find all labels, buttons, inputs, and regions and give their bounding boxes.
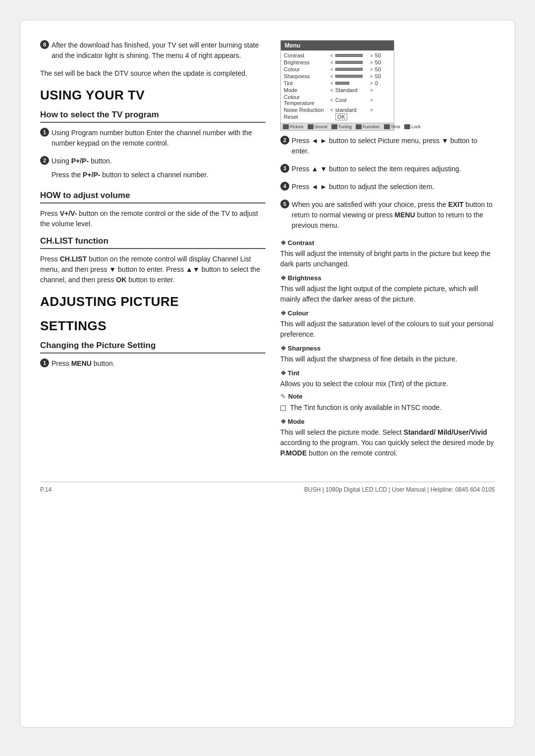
menu-row-noise: Noise Reduction < standard >	[284, 107, 391, 113]
left-column: 8 After the download has finished, your …	[40, 40, 266, 462]
footer-page-number: P.14	[40, 486, 52, 493]
note-icon: ✎	[280, 393, 286, 400]
chlist-text: Press CH.LIST button on the remote contr…	[40, 254, 266, 285]
right-step5-content: When you are satisfied with your choice,…	[292, 200, 495, 234]
picture-icon	[283, 124, 289, 129]
right-step2-text: Press ◄ ► button to select Picture menu,…	[292, 136, 495, 156]
sound-icon	[308, 124, 314, 129]
select-step1-content: Using Program number button Enter the ch…	[52, 128, 266, 152]
select-step1-text: Using Program number button Enter the ch…	[52, 128, 266, 149]
brightness-text: This will adjust the light output of the…	[280, 284, 495, 304]
adj-heading1: ADJUSTING PICTURE	[40, 294, 266, 309]
brightness-diamond: ❖	[280, 274, 286, 282]
how-volume-heading: HOW to adjust volume	[40, 191, 266, 203]
right-step5-number: 5	[280, 200, 289, 208]
right-step4-number: 4	[280, 182, 289, 191]
right-step2-content: Press ◄ ► button to select Picture menu,…	[292, 136, 495, 160]
lock-icon	[404, 124, 410, 129]
menu-screenshot: Menu Contrast < > 50 Brightness <	[280, 40, 394, 131]
mode-diamond: ❖	[280, 418, 286, 425]
chlist-heading: CH.LIST function	[40, 236, 266, 249]
select-step2b-text: Press the P+/P- button to select a chann…	[52, 170, 266, 180]
contrast-label: ❖ Contrast	[280, 239, 495, 247]
menu-row-reset: Reset OK	[284, 114, 391, 120]
footer-product-info: BUSH | 1080p Digital LED LCD | User Manu…	[304, 486, 495, 493]
menu-row-brightness: Brightness < > 50	[284, 59, 391, 65]
step8-number: 8	[40, 40, 49, 49]
note-label: Note	[288, 393, 303, 400]
right-step3-row: 3 Press ▲ ▼ button to select the item re…	[280, 164, 495, 178]
time-icon	[384, 124, 390, 129]
select-step2-content: Using P+/P- button. Press the P+/P- butt…	[52, 156, 266, 184]
menu-title: Menu	[281, 41, 394, 50]
right-step3-text: Press ▲ ▼ button to select the item requ…	[292, 164, 495, 174]
tint-diamond: ❖	[280, 369, 286, 377]
mode-text: This will select the picture mode. Selec…	[280, 427, 495, 458]
adj-heading2: SETTINGS	[40, 318, 266, 334]
select-step1-row: 1 Using Program number button Enter the …	[40, 128, 266, 152]
right-step5-text: When you are satisfied with your choice,…	[292, 200, 495, 231]
page-footer: P.14 BUSH | 1080p Digital LED LCD | User…	[40, 482, 495, 493]
note-checkbox	[280, 405, 286, 411]
changing-heading: Changing the Picture Setting	[40, 341, 266, 353]
function-icon	[356, 124, 362, 129]
contrast-diamond: ❖	[280, 239, 286, 247]
menu-row-sharpness: Sharpness < > 50	[284, 73, 391, 79]
tint-text: Allows you to select the colour mix (Tin…	[280, 379, 495, 389]
right-step2-row: 2 Press ◄ ► button to select Picture men…	[280, 136, 495, 160]
change-step1-content: Press MENU button.	[52, 358, 266, 372]
select-step2-text: Using P+/P- button.	[52, 156, 266, 166]
volume-text: Press V+/V- button on the remote control…	[40, 208, 266, 229]
select-step1-number: 1	[40, 128, 49, 137]
change-step1-row: 1 Press MENU button.	[40, 358, 266, 372]
select-step2-number: 2	[40, 156, 49, 165]
tuning-icon	[331, 124, 337, 129]
colour-diamond: ❖	[280, 309, 286, 317]
right-step3-number: 3	[280, 164, 289, 173]
change-step1-number: 1	[40, 358, 49, 367]
dtv-text: The set will be back the DTV source when…	[40, 68, 266, 79]
menu-footer: Picture Sound Tuning Function Time Lock	[281, 123, 394, 130]
colour-label: ❖ Colour	[280, 309, 495, 317]
right-step4-content: Press ◄ ► button to adjust the selection…	[292, 182, 495, 196]
mode-label: ❖ Mode	[280, 418, 495, 425]
step8-content: After the download has finished, your TV…	[52, 40, 266, 64]
sharpness-label: ❖ Sharpness	[280, 345, 495, 352]
select-step2-row: 2 Using P+/P- button. Press the P+/P- bu…	[40, 156, 266, 184]
colour-text: This will adjust the saturation level of…	[280, 319, 495, 340]
page: 8 After the download has finished, your …	[20, 20, 515, 728]
tint-label: ❖ Tint	[280, 369, 495, 377]
brightness-label: ❖ Brightness	[280, 274, 495, 282]
right-step5-row: 5 When you are satisfied with your choic…	[280, 200, 495, 234]
right-step4-row: 4 Press ◄ ► button to adjust the selecti…	[280, 182, 495, 196]
menu-row-tint: Tint < > 0	[284, 80, 391, 86]
press-menu-text: Press MENU button.	[52, 358, 266, 369]
right-column: Menu Contrast < > 50 Brightness <	[280, 40, 495, 462]
sharpness-text: This will adjust the sharpness of fine d…	[280, 354, 495, 364]
menu-body: Contrast < > 50 Brightness < > 50	[281, 50, 394, 123]
contrast-text: This will adjust the intensity of bright…	[280, 249, 495, 269]
sharpness-diamond: ❖	[280, 345, 286, 352]
right-step3-content: Press ▲ ▼ button to select the item requ…	[292, 164, 495, 178]
right-step4-text: Press ◄ ► button to adjust the selection…	[292, 182, 495, 192]
note-text: The Tint function is only available in N…	[280, 403, 495, 413]
menu-row-colour: Colour < > 50	[284, 66, 391, 72]
menu-row-colour-temp: Colour Temperature < Cool >	[284, 94, 391, 106]
step8-block: 8 After the download has finished, your …	[40, 40, 266, 64]
how-select-heading: How to select the TV program	[40, 110, 266, 123]
note-row: ✎ Note	[280, 393, 495, 400]
menu-row-mode: Mode < Standard >	[284, 87, 391, 93]
step8-text: After the download has finished, your TV…	[52, 40, 266, 61]
right-step2-number: 2	[280, 136, 289, 145]
menu-row-contrast: Contrast < > 50	[284, 52, 391, 58]
using-tv-heading: USING YOUR TV	[40, 88, 266, 103]
